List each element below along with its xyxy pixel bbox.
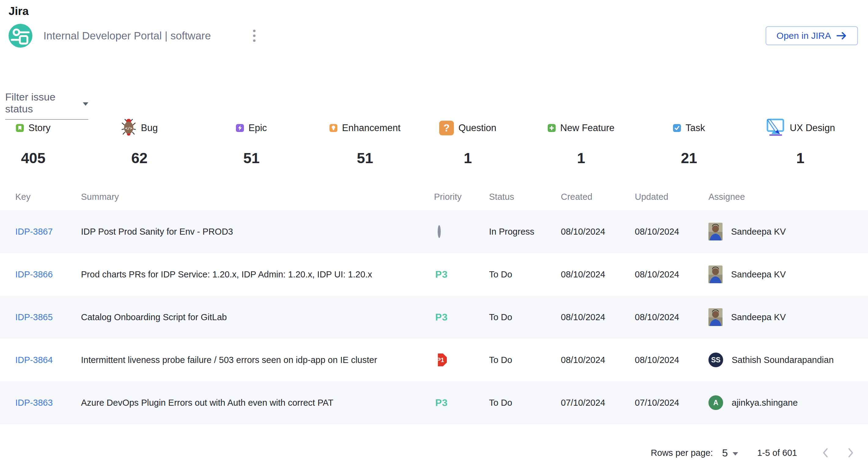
rows-per-page-label: Rows per page: [651, 448, 713, 458]
filter-issue-status-select[interactable]: Filter issue status [5, 91, 88, 120]
issue-key-link[interactable]: IDP-3867 [15, 227, 81, 237]
counter-story: Story 405 [16, 119, 51, 167]
counter-value: 1 [796, 150, 804, 167]
assignee-name: Sandeepa KV [731, 312, 786, 322]
kebab-dot [253, 30, 255, 32]
ux-design-icon [766, 119, 785, 137]
previous-page-button[interactable] [821, 446, 830, 459]
new-feature-icon [548, 124, 556, 132]
issue-key-link[interactable]: IDP-3866 [15, 269, 81, 279]
counter-label: Question [459, 123, 496, 134]
assignee-name: Sandeepa KV [731, 227, 786, 237]
avatar: A [709, 395, 723, 410]
col-header-priority: Priority [434, 192, 489, 202]
counter-new-feature: New Feature 1 [548, 119, 614, 167]
jira-widget: Jira Internal Developer Portal | softwar… [0, 0, 868, 465]
col-header-key: Key [15, 192, 81, 202]
priority-circle-icon [438, 225, 441, 238]
counter-label: Story [28, 123, 51, 134]
avatar [709, 265, 722, 283]
issue-summary: Catalog Onboarding Script for GitLab [81, 312, 434, 322]
counter-epic: Epic 51 [236, 119, 267, 167]
issue-updated: 08/10/2024 [635, 355, 709, 365]
enhancement-icon [330, 124, 337, 132]
chevron-right-icon [847, 447, 854, 458]
priority-p3-icon: P3 [435, 397, 448, 408]
priority-p3-icon: P3 [435, 312, 448, 323]
rows-per-page-select[interactable]: 5 [722, 447, 738, 459]
issue-created: 07/10/2024 [561, 398, 635, 408]
pagination-range: 1-5 of 601 [757, 448, 797, 458]
counter-value: 51 [243, 150, 259, 167]
table-row: IDP-3865 Catalog Onboarding Script for G… [0, 296, 868, 338]
kebab-dot [253, 39, 255, 42]
table-header-row: Key Summary Priority Status Created Upda… [0, 183, 868, 210]
issue-summary: Intermittent liveness probe failure / 50… [81, 355, 434, 365]
widget-title: Jira [8, 5, 29, 18]
col-header-updated: Updated [635, 192, 709, 202]
counter-bug: </> Bug 62 [121, 119, 158, 167]
issue-status: To Do [489, 355, 561, 365]
assignee-name: ajinkya.shingane [732, 398, 798, 408]
issue-status: In Progress [489, 227, 561, 237]
issue-created: 08/10/2024 [561, 269, 635, 279]
avatar [709, 223, 722, 240]
caret-down-icon [83, 102, 88, 106]
counter-ux-design: UX Design 1 [766, 119, 835, 167]
bug-icon: </> [121, 119, 136, 137]
kebab-dot [253, 35, 255, 37]
caret-down-icon [733, 452, 738, 456]
issue-status: To Do [489, 398, 561, 408]
epic-icon [236, 124, 244, 132]
entity-name-link[interactable]: Internal Developer Portal | software [43, 30, 211, 42]
col-header-created: Created [561, 192, 635, 202]
issue-status: To Do [489, 269, 561, 279]
counter-question: ? Question 1 [439, 119, 496, 167]
arrow-right-icon [837, 31, 847, 40]
issue-created: 08/10/2024 [561, 312, 635, 322]
task-icon [673, 124, 681, 132]
counter-label: Enhancement [342, 123, 400, 134]
counter-label: Bug [141, 123, 158, 134]
issue-updated: 08/10/2024 [635, 227, 709, 237]
counter-label: UX Design [790, 123, 835, 134]
assignee-name: Sathish Soundarapandian [732, 355, 834, 365]
issue-created: 08/10/2024 [561, 355, 635, 365]
entity-logo-icon [8, 24, 32, 48]
svg-text:</>: </> [125, 126, 132, 130]
table-pagination: Rows per page: 5 1-5 of 601 [651, 445, 855, 460]
table-row: IDP-3867 IDP Post Prod Sanity for Env - … [0, 210, 868, 253]
priority-p3-icon: P3 [435, 269, 448, 280]
open-in-jira-button[interactable]: Open in JIRA [766, 26, 858, 45]
issues-table: Key Summary Priority Status Created Upda… [0, 183, 868, 424]
story-icon [16, 124, 24, 132]
issue-updated: 07/10/2024 [635, 398, 709, 408]
col-header-assignee: Assignee [709, 192, 868, 202]
counter-label: Epic [248, 123, 267, 134]
issue-status: To Do [489, 312, 561, 322]
avatar [709, 308, 722, 326]
issue-updated: 08/10/2024 [635, 269, 709, 279]
question-icon: ? [439, 121, 454, 135]
counter-label: New Feature [560, 123, 614, 134]
counter-value: 62 [131, 150, 147, 167]
issue-key-link[interactable]: IDP-3863 [15, 398, 81, 408]
issue-summary: Azure DevOps Plugin Errors out with Auth… [81, 398, 434, 408]
counter-label: Task [685, 123, 705, 134]
counter-value: 51 [357, 150, 373, 167]
chevron-left-icon [822, 447, 829, 458]
counter-task: Task 21 [673, 119, 705, 167]
assignee-name: Sandeepa KV [731, 269, 786, 279]
counter-value: 21 [681, 150, 697, 167]
issue-key-link[interactable]: IDP-3865 [15, 312, 81, 322]
priority-p1-icon: P1 [434, 354, 447, 366]
more-menu-button[interactable] [250, 27, 258, 45]
counter-value: 405 [21, 150, 45, 167]
table-row: IDP-3864 Intermittent liveness probe fai… [0, 338, 868, 381]
next-page-button[interactable] [846, 446, 855, 459]
issue-created: 08/10/2024 [561, 227, 635, 237]
issue-updated: 08/10/2024 [635, 312, 709, 322]
issue-key-link[interactable]: IDP-3864 [15, 355, 81, 365]
table-row: IDP-3866 Prod charts PRs for IDP Service… [0, 253, 868, 296]
issue-summary: Prod charts PRs for IDP Service: 1.20.x,… [81, 269, 434, 279]
